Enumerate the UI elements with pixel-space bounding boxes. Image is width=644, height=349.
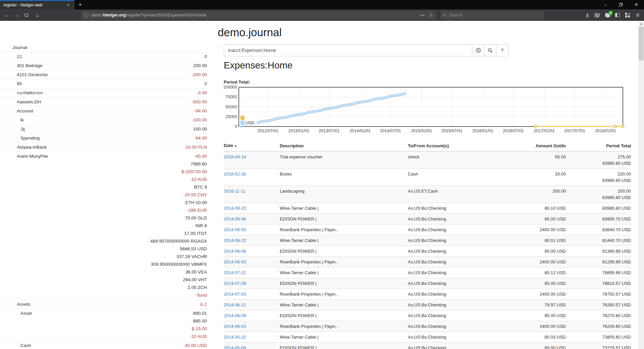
transaction-accounts: check	[405, 151, 506, 169]
help-button[interactable]: ?	[496, 44, 508, 56]
x-axis-label: 2018/01/01	[595, 129, 616, 133]
sidebar-account-link[interactable]: 95	[0, 80, 204, 88]
sidebar-account-link[interactable]: Spending	[0, 134, 194, 142]
sidebar-account-link[interactable]: 4101 Girokonto	[0, 71, 192, 79]
browser-tab-active[interactable]: register - hledger-web ×	[0, 0, 74, 9]
page-scrollbar[interactable]: ∧	[638, 21, 644, 349]
register-row: 2014-09-03RiverBank Properties | Payin..…	[224, 225, 631, 235]
series-point-usd	[330, 107, 332, 109]
clear-query-button[interactable]	[472, 44, 484, 56]
balance-amount: -94.00	[194, 134, 207, 142]
transaction-date-link[interactable]: 2014-08-22	[224, 238, 246, 243]
home-button[interactable]: ⌂	[32, 10, 42, 20]
transaction-date-link[interactable]: 2014-06-03	[224, 324, 246, 329]
grid-plus-icon: +	[625, 13, 630, 17]
transaction-date-link[interactable]: 2016-11-11	[224, 189, 246, 194]
sidebar-account-link[interactable]: 301 Beiträge	[0, 62, 193, 69]
balance-amount: 36.00 VEA	[150, 268, 207, 276]
page-actions-icon[interactable]: •••	[420, 13, 425, 17]
browser-tab-bar: register - hledger-web × + – ×	[0, 0, 644, 9]
transaction-date-link[interactable]: 2014-06-21	[224, 302, 246, 307]
transaction-date-link[interactable]: 2014-09-03	[224, 227, 246, 232]
series-point-usd	[332, 107, 334, 109]
download-button[interactable]	[582, 10, 592, 20]
sidebar-account-link[interactable]: Aaasets:DH	[0, 98, 192, 106]
transaction-period-total: 81360.69 USD	[566, 246, 631, 257]
account-balance: 890.01685.50$-15.00-10 AUD	[190, 309, 210, 340]
sidebar-account-link[interactable]: Jij	[0, 125, 193, 133]
transaction-description: EDISON POWER |	[277, 214, 405, 225]
transaction-accounts: As:US:Bo:Checking	[405, 310, 506, 321]
transaction-date-link[interactable]: 2014-07-09	[224, 281, 246, 286]
series-point-usd	[300, 113, 302, 115]
library-button[interactable]	[592, 10, 602, 20]
series-point-usd	[280, 117, 282, 119]
tab-close-icon[interactable]: ×	[66, 2, 71, 8]
transaction-date-link[interactable]: 2014-06-09	[224, 313, 246, 318]
x-axis-label: 2015/07/01	[441, 129, 463, 133]
sidebar-account-link[interactable]: Cash	[0, 342, 183, 349]
sidebar-journal-link[interactable]: Journal	[0, 44, 210, 51]
url-bar[interactable]: i demo.hledger.org/register?q=inacct%3AE…	[81, 11, 436, 19]
window-restore-button[interactable]	[613, 0, 629, 9]
register-row: 2014-05-21Wine-Tarner Cable |As:US:Bo:Ch…	[224, 332, 631, 343]
transaction-date-link[interactable]: 2014-05-21	[224, 335, 246, 340]
sidebar-account-row: Cash-30.00 USD	[0, 341, 210, 349]
transaction-date-link[interactable]: 2018-02-28	[224, 171, 246, 177]
transaction-period-total: 83985.80 USD	[566, 203, 631, 214]
restore-icon	[619, 3, 623, 7]
series-point-usd	[267, 120, 269, 122]
accounts-sidebar: Journal 120301 Beiträge200.004101 Giroko…	[0, 43, 210, 349]
transaction-accounts: As:US:Bo:Checking	[405, 321, 506, 332]
sort-asc-icon: ▲	[234, 144, 237, 147]
sidebar-account-link[interactable]: 12	[0, 53, 204, 60]
transaction-date-link[interactable]: 2014-09-23	[224, 206, 246, 211]
new-tab-button[interactable]: +	[74, 0, 86, 9]
browser-search-bar[interactable]: Search	[440, 11, 544, 19]
sidebar-toggle-button[interactable]	[612, 10, 623, 20]
reload-button[interactable]	[21, 10, 32, 20]
sidebar-account-link[interactable]: lk	[0, 116, 192, 124]
legend-swatch-usd	[240, 121, 245, 125]
balance-amount: 100.00	[193, 125, 207, 133]
back-button[interactable]: ←	[1, 10, 11, 20]
transaction-date-link[interactable]: 2014-08-08	[224, 249, 246, 254]
transaction-date-link[interactable]: 2014-05-08	[224, 345, 246, 349]
pocket-grid-button[interactable]: +	[623, 10, 633, 20]
site-info-icon[interactable]: i	[84, 13, 89, 17]
extension-button[interactable]: 0	[602, 10, 612, 20]
col-header-date[interactable]: Date▲	[224, 141, 277, 151]
register-table: Date▲ Description To/From Account(s) Amo…	[224, 141, 631, 349]
forward-button[interactable]: →	[11, 10, 21, 20]
transaction-accounts: As:US:Bo:Checking	[405, 257, 506, 267]
register-row: 2014-07-21Wine-Tarner Cable |As:US:Bo:Ch…	[224, 267, 631, 278]
sidebar-account-link[interactable]: Account	[0, 107, 194, 115]
balance-amount: 294.00 VHT	[150, 276, 207, 284]
sidebar-account-link[interactable]: <u>hello</u>	[0, 89, 197, 97]
transaction-date-link[interactable]: 2014-09-08	[224, 216, 246, 221]
sidebar-account-link[interactable]: Aktywa:mBank	[0, 143, 184, 151]
sidebar-account-link[interactable]: Asets:MunyPile	[0, 152, 150, 160]
transaction-period-total: 76350.57 USD	[566, 300, 631, 310]
transaction-date-link[interactable]: 2014-07-21	[224, 270, 246, 275]
scroll-up-arrow[interactable]: ∧	[638, 21, 644, 27]
transaction-date-link[interactable]: 2014-08-03	[224, 259, 246, 264]
sidebar-account-link[interactable]: Assets	[0, 300, 200, 308]
window-minimize-button[interactable]: –	[598, 0, 613, 9]
search-submit-button[interactable]	[484, 44, 496, 56]
transaction-amount: 20.00	[506, 169, 566, 186]
transaction-description: Wine-Tarner Cable |	[277, 203, 405, 214]
transaction-date-link[interactable]: 2018-04-14	[224, 154, 246, 159]
query-input[interactable]	[224, 44, 472, 56]
scroll-thumb[interactable]	[639, 27, 644, 60]
balance-amount: -500.00	[192, 98, 207, 106]
balance-amount: 685.50	[190, 317, 207, 325]
window-close-button[interactable]: ×	[629, 0, 644, 9]
menu-button[interactable]: ≡	[633, 10, 643, 20]
sidebar-account-link[interactable]: Asset	[0, 309, 190, 317]
account-heading: Expenses:Home	[224, 60, 292, 71]
transaction-amount: 80.12 USD	[506, 267, 566, 278]
bookmark-star-icon[interactable]: ☆	[429, 12, 433, 18]
transaction-amount: 65.00 USD	[506, 310, 566, 321]
transaction-date-link[interactable]: 2014-07-03	[224, 292, 246, 297]
